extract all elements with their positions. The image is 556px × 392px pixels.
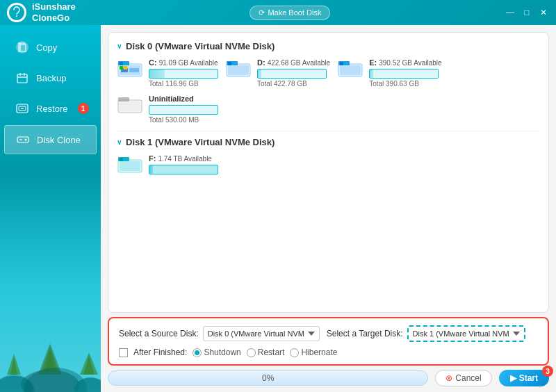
- svg-marker-19: [42, 347, 58, 371]
- svg-rect-38: [340, 65, 361, 75]
- target-label: Select a Target Disk:: [327, 329, 403, 338]
- svg-rect-30: [120, 66, 123, 70]
- source-label: Select a Source Disk:: [119, 329, 199, 338]
- radio-hibernate[interactable]: Hibernate: [290, 348, 337, 357]
- disk1-partitions: F: 1.74 TB Available: [117, 154, 540, 174]
- partition-c-total: Total 116.96 GB: [149, 80, 218, 88]
- uninit-label: Uninitialized: [149, 95, 218, 103]
- svg-rect-10: [17, 137, 28, 142]
- svg-marker-18: [45, 350, 55, 371]
- partition-e: E: 390.52 GB Available Total 390.63 GB: [337, 58, 442, 88]
- svg-marker-20: [38, 343, 62, 375]
- partition-f-fill: [149, 165, 153, 174]
- target-disk-select[interactable]: Disk 1 (VMware Virtual NVM: [407, 325, 525, 342]
- minimize-button[interactable]: —: [505, 7, 516, 18]
- svg-rect-26: [129, 68, 139, 72]
- partition-e-label: E: 390.52 GB Available: [369, 58, 442, 67]
- source-target-panel: Select a Source Disk: Disk 0 (VMware Vir…: [108, 317, 549, 366]
- app-title: iSunshare: [32, 1, 76, 13]
- after-finished-checkbox[interactable]: [119, 348, 128, 357]
- svg-rect-36: [232, 62, 236, 65]
- partition-e-total: Total 390.63 GB: [369, 80, 442, 88]
- svg-rect-46: [120, 161, 140, 171]
- disk-thumb-f: [117, 154, 143, 174]
- target-field-group: Select a Target Disk: Disk 1 (VMware Vir…: [327, 325, 525, 342]
- svg-rect-28: [120, 62, 123, 65]
- partition-e-fill: [370, 70, 373, 78]
- partition-c-fill: [149, 70, 165, 78]
- svg-rect-48: [120, 158, 123, 161]
- svg-rect-43: [120, 101, 140, 111]
- app-logo: [7, 3, 26, 22]
- radio-hibernate-dot: [290, 348, 299, 357]
- partition-f: F: 1.74 TB Available: [117, 154, 218, 174]
- svg-point-1: [16, 15, 17, 17]
- partition-uninitialized: Uninitialized Total 530.00 MB: [117, 95, 218, 124]
- partition-d-fill: [258, 70, 261, 78]
- disk-panel[interactable]: ∨ Disk 0 (VMware Virtual NVMe Disk): [108, 32, 549, 313]
- disk-divider: [117, 131, 540, 131]
- disk-thumb-e: [337, 58, 363, 78]
- cancel-button[interactable]: ⊗ Cancel: [435, 370, 491, 386]
- main-layout: Copy Backup Restore: [0, 25, 556, 392]
- sidebar-item-disk-clone[interactable]: Disk Clone: [4, 125, 97, 154]
- partition-c-label: C: 91.09 GB Available: [149, 58, 218, 67]
- backup-icon: [15, 71, 29, 85]
- progress-area: 0% ⊗ Cancel ▶ Start 3: [108, 370, 549, 386]
- svg-marker-17: [7, 354, 21, 375]
- maximize-button[interactable]: □: [521, 7, 532, 18]
- after-finished-row: After Finished: Shutdown Restart Hiberna…: [119, 348, 538, 357]
- close-button[interactable]: ✕: [538, 7, 549, 18]
- svg-point-14: [21, 370, 79, 392]
- after-finished-label: After Finished:: [133, 348, 187, 357]
- partition-d: D: 422.68 GB Available Total 422.78 GB: [225, 58, 330, 88]
- app-brand: iSunshare CloneGo: [7, 1, 76, 23]
- partition-c-bar: [149, 69, 218, 79]
- uninit-bar: [149, 105, 218, 115]
- content-area: ∨ Disk 0 (VMware Virtual NVMe Disk): [101, 25, 556, 392]
- disk0-partitions: C: 91.09 GB Available Total 116.96 GB: [117, 58, 540, 88]
- app-subtitle: CloneGo: [32, 13, 76, 24]
- disk-thumb-c: [117, 58, 143, 78]
- source-target-row: Select a Source Disk: Disk 0 (VMware Vir…: [119, 325, 538, 342]
- restore-icon: [15, 101, 29, 115]
- partition-e-bar: [369, 69, 439, 79]
- collapse-arrow-icon-1[interactable]: ∨: [117, 138, 122, 146]
- sidebar-item-restore[interactable]: Restore 1: [4, 95, 97, 122]
- radio-restart[interactable]: Restart: [247, 348, 285, 357]
- source-disk-select[interactable]: Disk 0 (VMware Virtual NVM: [203, 326, 320, 341]
- disk1-header: ∨ Disk 1 (VMware Virtual NVMe Disk): [117, 137, 540, 147]
- step3-badge: 3: [542, 366, 553, 377]
- sidebar-copy-label: Copy: [36, 42, 57, 53]
- start-play-icon: ▶: [510, 373, 516, 383]
- svg-rect-44: [118, 97, 129, 101]
- step1-badge-container: 1: [78, 103, 89, 114]
- make-boot-button[interactable]: ⟳ Make Boot Disk: [250, 6, 330, 20]
- svg-rect-40: [340, 62, 343, 65]
- sidebar-item-backup[interactable]: Backup: [4, 64, 97, 92]
- cancel-x-icon: ⊗: [445, 373, 452, 383]
- collapse-arrow-icon[interactable]: ∨: [117, 42, 122, 50]
- disk-thumb-d: [225, 58, 252, 78]
- svg-marker-21: [83, 356, 95, 375]
- disk-thumb-uninit: [117, 95, 143, 114]
- sidebar-diskclone-label: Disk Clone: [37, 135, 81, 145]
- uninit-total: Total 530.00 MB: [149, 116, 218, 124]
- window-controls: — □ ✕: [505, 7, 549, 18]
- start-button[interactable]: ▶ Start 3: [499, 370, 549, 386]
- disk-clone-icon: [16, 133, 30, 147]
- radio-shutdown[interactable]: Shutdown: [193, 348, 240, 357]
- source-field-group: Select a Source Disk: Disk 0 (VMware Vir…: [119, 326, 320, 341]
- title-bar-center: ⟳ Make Boot Disk: [250, 6, 330, 20]
- svg-rect-49: [124, 158, 127, 161]
- svg-rect-41: [344, 62, 348, 65]
- radio-restart-dot: [247, 348, 256, 357]
- svg-point-11: [25, 139, 27, 141]
- uninitialized-row: Uninitialized Total 530.00 MB: [117, 95, 540, 124]
- svg-rect-33: [228, 65, 249, 75]
- sidebar-backup-label: Backup: [36, 73, 66, 83]
- svg-rect-29: [124, 62, 127, 65]
- sidebar-restore-label: Restore: [36, 104, 68, 114]
- sidebar-item-copy[interactable]: Copy: [4, 33, 97, 61]
- partition-f-label: F: 1.74 TB Available: [149, 154, 218, 163]
